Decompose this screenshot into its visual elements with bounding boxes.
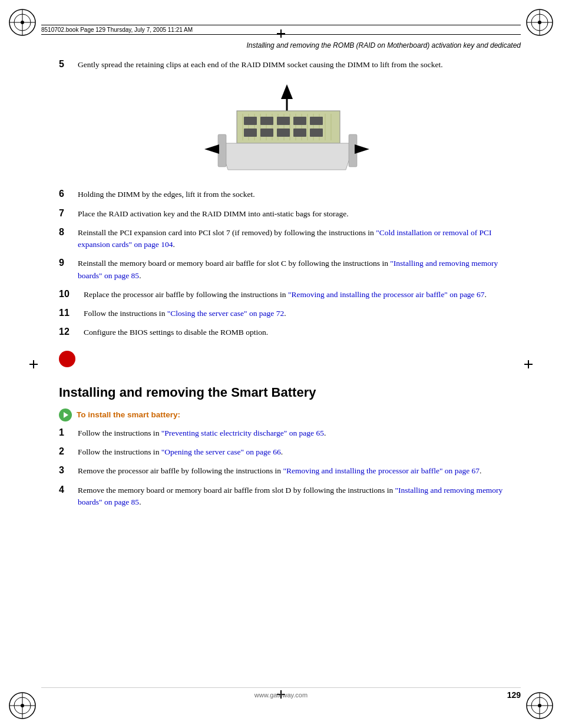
corner-tr: [522, 5, 557, 40]
install-step-2: 2 Follow the instructions in "Opening th…: [59, 446, 515, 458]
svg-rect-39: [244, 117, 257, 125]
install-step-3-num: 3: [59, 465, 78, 476]
step-12-text: Configure the BIOS settings to disable t…: [84, 327, 515, 338]
svg-point-19: [538, 704, 541, 707]
step-5: 5 Gently spread the retaining clips at e…: [59, 59, 515, 71]
sub-heading: To install the smart battery:: [59, 409, 515, 421]
step-8-text: Reinstall the PCI expansion card into PC…: [78, 227, 515, 251]
step-9-text: Reinstall the memory board or memory boa…: [78, 258, 515, 282]
svg-rect-42: [293, 117, 306, 125]
install-step-3: 3 Remove the processor air baffle by fol…: [59, 465, 515, 477]
page: 8510702.book Page 129 Thursday, July 7, …: [0, 0, 562, 728]
step-9-link[interactable]: "Installing and removing memory boards" …: [78, 259, 498, 279]
step-8: 8 Reinstall the PCI expansion card into …: [59, 227, 515, 251]
svg-rect-46: [277, 129, 290, 137]
install-step-4-num: 4: [59, 485, 78, 495]
svg-marker-52: [204, 144, 219, 154]
step-10-text: Replace the processor air baffle by foll…: [84, 289, 515, 301]
svg-marker-49: [219, 143, 355, 170]
svg-marker-53: [355, 144, 369, 154]
install-step-2-num: 2: [59, 446, 78, 457]
install-step-1-link[interactable]: "Preventing static electricity discharge…: [161, 429, 324, 437]
crosshair-right: [524, 360, 533, 368]
step-10-link[interactable]: "Removing and installing the processor a…: [288, 290, 485, 299]
footer: www.gateway.com 129: [41, 687, 521, 699]
step-7: 7 Place the RAID activation key and the …: [59, 208, 515, 220]
install-step-3-text: Remove the processor air baffle by follo…: [78, 465, 515, 477]
step-6-text: Holding the DIMM by the edges, lift it f…: [78, 189, 515, 200]
step-6-num: 6: [59, 189, 78, 199]
step-12-num: 12: [59, 327, 84, 337]
install-step-2-text: Follow the instructions in "Opening the …: [78, 446, 515, 458]
stop-symbol-container: [59, 346, 515, 374]
step-10-num: 10: [59, 289, 84, 299]
step-11-num: 11: [59, 308, 84, 318]
svg-rect-50: [218, 134, 226, 167]
install-step-4: 4 Remove the memory board or memory boar…: [59, 485, 515, 509]
svg-rect-45: [260, 129, 273, 137]
corner-br: [522, 688, 557, 723]
step-5-text: Gently spread the retaining clips at eac…: [78, 59, 515, 71]
svg-rect-41: [277, 117, 290, 125]
page-header-italic: Installing and removing the ROMB (RAID o…: [41, 41, 521, 50]
header-bar: 8510702.book Page 129 Thursday, July 7, …: [41, 25, 521, 35]
install-step-4-link[interactable]: "Installing and removing memory boards" …: [78, 486, 503, 506]
step-7-num: 7: [59, 208, 78, 219]
file-info: 8510702.book Page 129 Thursday, July 7, …: [41, 27, 193, 33]
svg-point-9: [538, 21, 541, 24]
dimm-illustration: [201, 81, 372, 176]
install-step-1: 1 Follow the instructions in "Preventing…: [59, 427, 515, 439]
step-12: 12 Configure the BIOS settings to disabl…: [59, 327, 515, 338]
step-9: 9 Reinstall the memory board or memory b…: [59, 258, 515, 282]
footer-url: www.gateway.com: [41, 691, 521, 699]
step-11-text: Follow the instructions in "Closing the …: [84, 308, 515, 319]
svg-rect-44: [244, 129, 257, 137]
svg-marker-20: [281, 84, 293, 99]
step-8-link[interactable]: "Cold installation or removal of PCI exp…: [78, 228, 492, 249]
step-11-link[interactable]: "Closing the server case" on page 72: [167, 309, 284, 318]
stop-icon: [59, 351, 75, 367]
sub-heading-text: To install the smart battery:: [77, 410, 180, 419]
dimm-image: [193, 81, 381, 176]
install-step-1-text: Follow the instructions in "Preventing s…: [78, 427, 515, 439]
step-8-num: 8: [59, 227, 78, 238]
main-content: 5 Gently spread the retaining clips at e…: [59, 59, 515, 657]
corner-tl: [5, 5, 40, 40]
step-7-text: Place the RAID activation key and the RA…: [78, 208, 515, 220]
install-step-2-link[interactable]: "Opening the server case" on page 66: [161, 447, 281, 456]
step-10: 10 Replace the processor air baffle by f…: [59, 289, 515, 301]
step-6: 6 Holding the DIMM by the edges, lift it…: [59, 189, 515, 200]
section-heading: Installing and removing the Smart Batter…: [59, 385, 515, 400]
crosshair-left: [29, 360, 38, 368]
install-step-1-num: 1: [59, 427, 78, 438]
play-icon: [59, 409, 72, 421]
svg-point-4: [21, 21, 24, 24]
svg-rect-47: [293, 129, 306, 137]
svg-rect-48: [310, 129, 323, 137]
step-11: 11 Follow the instructions in "Closing t…: [59, 308, 515, 319]
footer-page-number: 129: [507, 690, 521, 700]
svg-rect-43: [310, 117, 323, 125]
install-step-3-link[interactable]: "Removing and installing the processor a…: [283, 466, 480, 475]
svg-point-14: [21, 704, 24, 707]
svg-rect-40: [260, 117, 273, 125]
svg-rect-22: [237, 111, 340, 143]
step-9-num: 9: [59, 258, 78, 268]
step-5-num: 5: [59, 59, 78, 70]
corner-bl: [5, 688, 40, 723]
install-step-4-text: Remove the memory board or memory board …: [78, 485, 515, 509]
